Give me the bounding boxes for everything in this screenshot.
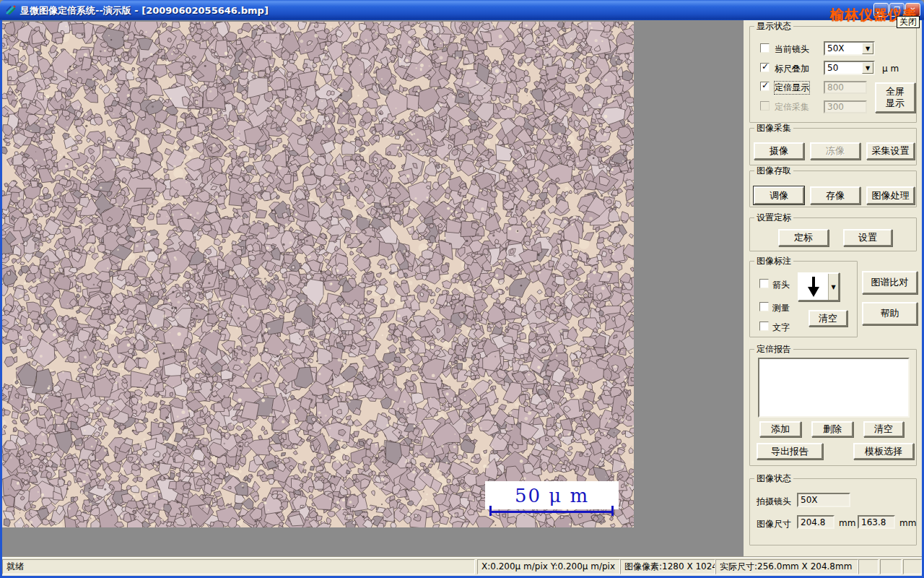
load-image-button[interactable]: 调像 xyxy=(754,186,804,204)
save-image-button[interactable]: 存像 xyxy=(810,186,860,204)
report-listbox[interactable] xyxy=(758,358,910,418)
window-title: 显微图像定倍系统--演示版 - [20090602055646.bmp] xyxy=(20,4,269,17)
combo-ruler-value-text: 50 xyxy=(827,63,838,73)
arrow-down-icon xyxy=(805,275,822,298)
checkbox-current-lens[interactable] xyxy=(760,43,770,53)
report-delete-button[interactable]: 删除 xyxy=(811,421,853,437)
checkbox-fixed-capture xyxy=(760,101,770,111)
chevron-down-icon[interactable]: ▼ xyxy=(862,43,873,54)
group-report-title: 定倍报告 xyxy=(754,345,793,354)
capture-settings-button[interactable]: 采集设置 xyxy=(866,142,915,160)
fullscreen-button[interactable]: 全屏显示 xyxy=(875,82,915,113)
combo-current-lens[interactable]: 50X ▼ xyxy=(824,41,875,56)
input-fixed-capture: 300 xyxy=(824,100,867,113)
report-add-button[interactable]: 添加 xyxy=(759,421,801,437)
status-bar: 就绪 X:0.200μ m/pix Y:0.200μ m/pix 图像像素:12… xyxy=(2,556,922,576)
group-annotation-title: 图像标注 xyxy=(754,256,793,266)
annotation-clear-label: 清空 xyxy=(819,312,837,325)
status-actual-size: 实际尺寸:256.0mm X 204.8mm xyxy=(715,559,858,574)
status-image-pixels: 图像像素:1280 X 1024 xyxy=(620,559,715,574)
calibrate-button[interactable]: 定标 xyxy=(778,229,829,246)
label-width-unit: mm xyxy=(839,518,855,528)
help-button[interactable]: 帮助 xyxy=(862,302,918,325)
label-shoot-lens: 拍摄镜头 xyxy=(757,496,791,508)
group-image-status-title: 图像状态 xyxy=(754,474,793,483)
help-button-label: 帮助 xyxy=(881,307,899,320)
label-fixed-display: 定倍显示 xyxy=(775,82,809,94)
save-image-label: 存像 xyxy=(826,189,845,202)
close-tooltip: 关闭 xyxy=(897,16,920,28)
settings-button-label: 设置 xyxy=(858,231,877,244)
group-capture-title: 图像采集 xyxy=(754,124,793,133)
label-ruler-unit: μ m xyxy=(882,64,899,74)
settings-button[interactable]: 设置 xyxy=(843,229,892,246)
status-pixel-scale: X:0.200μ m/pix Y:0.200μ m/pix xyxy=(477,559,620,574)
input-fixed-display: 800 xyxy=(824,81,867,94)
shoot-button-label: 摄像 xyxy=(770,144,788,158)
export-report-button[interactable]: 导出报告 xyxy=(757,443,823,460)
window-border-left xyxy=(0,20,2,576)
capture-settings-label: 采集设置 xyxy=(872,144,910,158)
report-add-label: 添加 xyxy=(771,423,790,436)
status-pane-empty-3 xyxy=(903,559,922,574)
status-ready: 就绪 xyxy=(2,559,475,574)
group-display-status-title: 显示状态 xyxy=(754,22,793,31)
scalebar-tick-right xyxy=(611,506,614,516)
micrograph-canvas[interactable] xyxy=(2,22,634,527)
group-image-status: 图像状态 xyxy=(749,478,917,545)
label-measure: 测量 xyxy=(772,302,790,314)
group-storage-title: 图像存取 xyxy=(754,166,793,176)
image-process-label: 图像处理 xyxy=(872,189,910,202)
load-image-label: 调像 xyxy=(770,189,788,202)
label-fixed-capture: 定倍采集 xyxy=(775,101,809,113)
report-clear-label: 清空 xyxy=(874,423,893,436)
combo-current-lens-value: 50X xyxy=(827,43,845,53)
label-image-size: 图像尺寸 xyxy=(757,518,791,530)
chevron-down-icon[interactable]: ▼ xyxy=(862,62,873,74)
scalebar-label-box: 50 μ m xyxy=(485,481,619,509)
shoot-button[interactable]: 摄像 xyxy=(754,142,804,160)
template-select-label: 模板选择 xyxy=(865,445,902,458)
combo-ruler-value[interactable]: 50 ▼ xyxy=(824,61,875,75)
arrow-style-dropdown[interactable]: ▼ xyxy=(798,272,840,301)
field-image-height: 163.8 xyxy=(858,515,895,529)
checkbox-ruler-overlay[interactable] xyxy=(760,63,770,72)
checkbox-measure[interactable] xyxy=(759,302,769,311)
label-arrow: 箭头 xyxy=(772,279,790,291)
field-shoot-lens: 50X xyxy=(797,493,850,507)
group-calibration-title: 设置定标 xyxy=(754,213,793,223)
atlas-compare-label: 图谱比对 xyxy=(871,276,909,289)
label-height-unit: mm xyxy=(899,518,916,528)
report-clear-button[interactable]: 清空 xyxy=(863,421,904,437)
status-pane-empty-1 xyxy=(858,559,879,574)
export-report-label: 导出报告 xyxy=(771,445,808,458)
calibrate-button-label: 定标 xyxy=(794,231,813,244)
checkbox-fixed-display[interactable] xyxy=(760,82,770,91)
scalebar-text: 50 μ m xyxy=(515,485,589,506)
label-text: 文字 xyxy=(772,322,790,334)
app-icon xyxy=(5,4,17,16)
field-image-width: 204.8 xyxy=(797,515,834,529)
freeze-button-label: 冻像 xyxy=(826,144,845,158)
template-select-button[interactable]: 模板选择 xyxy=(853,443,914,460)
fullscreen-button-label: 全屏显示 xyxy=(884,86,906,109)
report-delete-label: 删除 xyxy=(823,423,842,436)
title-bar[interactable]: 显微图像定倍系统--演示版 - [20090602055646.bmp] ❐ ✕ xyxy=(0,0,924,20)
status-pane-empty-2 xyxy=(880,559,902,574)
atlas-compare-button[interactable]: 图谱比对 xyxy=(862,271,918,294)
scalebar-tick-left xyxy=(489,506,492,516)
label-current-lens: 当前镜头 xyxy=(775,43,809,56)
checkbox-arrow[interactable] xyxy=(759,279,769,288)
checkbox-text[interactable] xyxy=(759,322,769,331)
scalebar-line xyxy=(489,511,614,513)
chevron-down-icon[interactable]: ▼ xyxy=(828,274,838,300)
annotation-clear-button[interactable]: 清空 xyxy=(808,310,847,327)
freeze-button: 冻像 xyxy=(810,142,860,160)
label-ruler-overlay: 标尺叠加 xyxy=(775,63,809,75)
image-process-button[interactable]: 图像处理 xyxy=(866,186,915,204)
